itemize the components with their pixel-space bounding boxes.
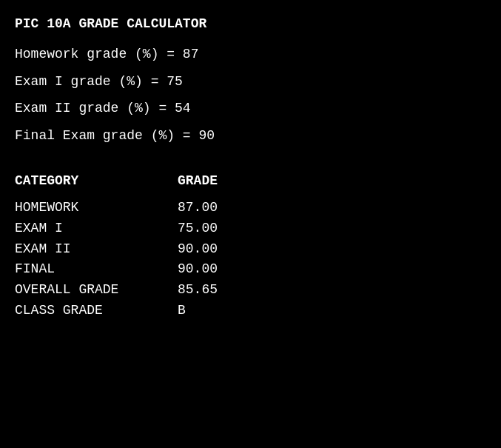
row-grade-0: 87.00 xyxy=(178,198,218,218)
row-category-2: EXAM II xyxy=(15,239,178,260)
input-line-1: Exam I grade (%) = 75 xyxy=(15,71,486,93)
grade-table: CATEGORY GRADE HOMEWORK87.00EXAM I75.00E… xyxy=(15,170,486,321)
table-row: EXAM II90.00 xyxy=(15,239,486,260)
spacer xyxy=(15,153,486,167)
input-line-3: Final Exam grade (%) = 90 xyxy=(15,125,486,147)
table-row: HOMEWORK87.00 xyxy=(15,198,486,218)
table-row: FINAL90.00 xyxy=(15,259,486,280)
row-category-5: CLASS GRADE xyxy=(15,301,178,321)
table-row: EXAM I75.00 xyxy=(15,218,486,239)
input-line-0: Homework grade (%) = 87 xyxy=(15,44,486,65)
row-grade-3: 90.00 xyxy=(178,259,218,280)
table-row: CLASS GRADE B xyxy=(15,301,486,321)
header-grade: GRADE xyxy=(178,170,218,192)
row-grade-2: 90.00 xyxy=(178,239,218,260)
terminal-screen: PIC 10A GRADE CALCULATOR Homework grade … xyxy=(0,0,501,448)
page-title: PIC 10A GRADE CALCULATOR xyxy=(15,13,486,35)
row-category-1: EXAM I xyxy=(15,218,178,239)
row-category-0: HOMEWORK xyxy=(15,198,178,218)
row-grade-4: 85.65 xyxy=(178,280,218,301)
header-category: CATEGORY xyxy=(15,170,178,192)
input-line-2: Exam II grade (%) = 54 xyxy=(15,98,486,119)
row-category-4: OVERALL GRADE xyxy=(15,280,178,301)
table-row: OVERALL GRADE85.65 xyxy=(15,280,486,301)
table-header-row: CATEGORY GRADE xyxy=(15,170,486,192)
row-grade-1: 75.00 xyxy=(178,218,218,239)
row-category-3: FINAL xyxy=(15,259,178,280)
row-grade-5: B xyxy=(178,301,186,321)
